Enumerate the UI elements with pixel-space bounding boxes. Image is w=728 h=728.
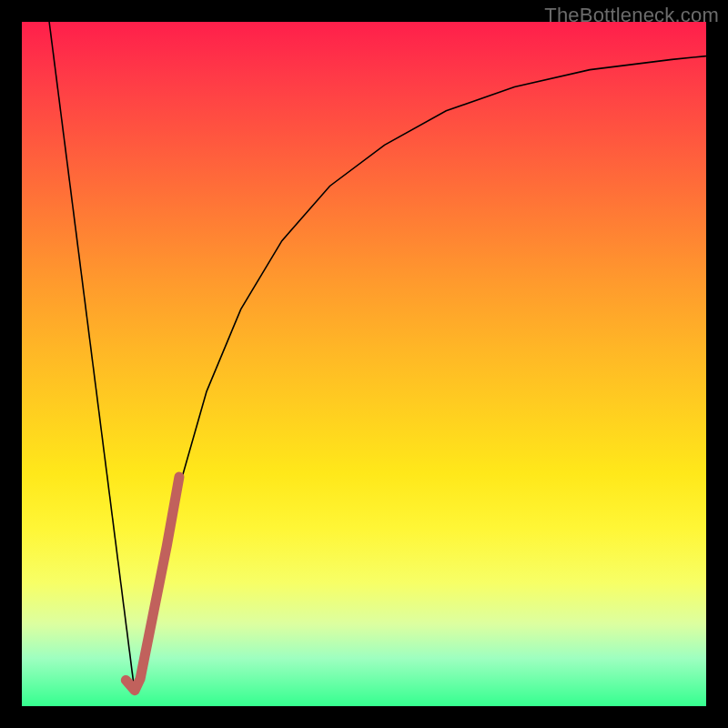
series-left-descent (49, 22, 135, 693)
series-highlight-hook (126, 477, 179, 691)
plot-area (22, 22, 706, 706)
series-right-curve (135, 56, 706, 693)
chart-frame: TheBottleneck.com (0, 0, 728, 728)
chart-svg (22, 22, 706, 706)
